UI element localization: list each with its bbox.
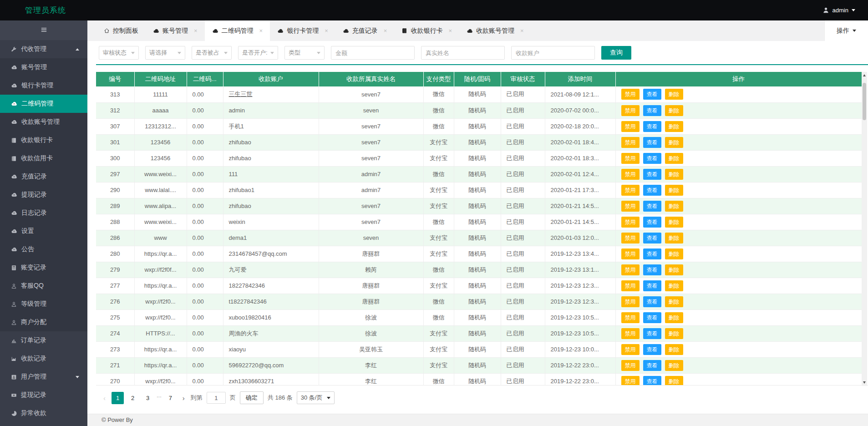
sidebar-item-order-records[interactable]: 订单记录: [0, 331, 87, 350]
close-icon[interactable]: ×: [384, 27, 387, 34]
view-button[interactable]: 查看: [643, 105, 661, 116]
tab-payee-bank-card[interactable]: 收款银行卡×: [394, 20, 459, 41]
sidebar-item-collection-management[interactable]: 代收管理: [0, 40, 87, 58]
occupied-select[interactable]: 是否被占: [192, 46, 232, 60]
amount-input[interactable]: [331, 46, 415, 60]
actions-dropdown-button[interactable]: 操作: [824, 20, 868, 41]
confirm-button[interactable]: 确定: [240, 391, 264, 404]
sidebar-item-merchant-allocation[interactable]: 商户分配: [0, 313, 87, 331]
tab-bank-card-management[interactable]: 银行卡管理×: [270, 20, 335, 41]
sidebar-item-customer-service-qq[interactable]: 客服QQ: [0, 277, 87, 295]
delete-button[interactable]: 删除: [665, 248, 683, 259]
close-icon[interactable]: ×: [325, 27, 328, 34]
view-button[interactable]: 查看: [643, 264, 661, 275]
page-button-1[interactable]: 1: [112, 392, 124, 404]
view-button[interactable]: 查看: [643, 217, 661, 228]
delete-button[interactable]: 删除: [665, 376, 683, 386]
sidebar-item-payee-credit-card[interactable]: 收款信用卡: [0, 149, 87, 167]
view-button[interactable]: 查看: [643, 376, 661, 386]
page-button-2[interactable]: 2: [127, 392, 139, 404]
disable-button[interactable]: 禁用: [621, 201, 640, 212]
tab-account-management[interactable]: 账号管理×: [146, 20, 205, 41]
delete-button[interactable]: 删除: [665, 121, 683, 132]
delete-button[interactable]: 删除: [665, 312, 683, 323]
search-button[interactable]: 查询: [601, 46, 631, 60]
disable-button[interactable]: 禁用: [621, 137, 640, 148]
payee-account-input[interactable]: [511, 46, 595, 60]
next-page-button[interactable]: ›: [181, 394, 187, 402]
sidebar-item-abnormal-payment[interactable]: 异常收款: [0, 404, 87, 422]
tab-qrcode-management[interactable]: 二维码管理×: [205, 20, 270, 41]
real-name-input[interactable]: [421, 46, 505, 60]
sidebar-item-balance-change-records[interactable]: 账变记录: [0, 259, 87, 277]
sidebar-item-payee-bank-card[interactable]: 收款银行卡: [0, 131, 87, 149]
sidebar-item-withdraw-records-2[interactable]: 提现记录: [0, 386, 87, 404]
view-button[interactable]: 查看: [643, 328, 661, 339]
disable-button[interactable]: 禁用: [621, 376, 640, 386]
delete-button[interactable]: 删除: [665, 264, 683, 275]
view-button[interactable]: 查看: [643, 312, 661, 323]
sidebar-item-payment-records[interactable]: 收款记录: [0, 350, 87, 368]
sidebar-item-bank-card-management[interactable]: 银行卡管理: [0, 76, 87, 95]
disable-button[interactable]: 禁用: [621, 153, 640, 164]
sidebar-item-user-management[interactable]: 用户管理: [0, 368, 87, 386]
view-button[interactable]: 查看: [643, 185, 661, 196]
sidebar-item-account-management[interactable]: 账号管理: [0, 58, 87, 76]
delete-button[interactable]: 删除: [665, 169, 683, 180]
delete-button[interactable]: 删除: [665, 344, 683, 355]
sidebar-toggle[interactable]: [0, 20, 87, 40]
disable-button[interactable]: 禁用: [621, 169, 640, 180]
view-button[interactable]: 查看: [643, 296, 661, 307]
user-menu[interactable]: admin: [822, 7, 855, 14]
disable-button[interactable]: 禁用: [621, 121, 640, 132]
disable-button[interactable]: 禁用: [621, 89, 640, 100]
close-icon[interactable]: ×: [520, 27, 524, 34]
view-button[interactable]: 查看: [643, 248, 661, 259]
delete-button[interactable]: 删除: [665, 137, 683, 148]
view-button[interactable]: 查看: [643, 360, 661, 371]
delete-button[interactable]: 删除: [665, 360, 683, 371]
vertical-scrollbar[interactable]: [862, 72, 867, 386]
please-select-select[interactable]: 请选择: [145, 46, 185, 60]
delete-button[interactable]: 删除: [665, 217, 683, 228]
sidebar-item-settings[interactable]: 设置: [0, 222, 87, 240]
sidebar-item-announcements[interactable]: 公告: [0, 240, 87, 259]
audit-status-select[interactable]: 审核状态: [99, 46, 139, 60]
delete-button[interactable]: 删除: [665, 153, 683, 164]
close-icon[interactable]: ×: [448, 27, 452, 34]
disable-button[interactable]: 禁用: [621, 296, 640, 307]
close-icon[interactable]: ×: [194, 27, 198, 34]
view-button[interactable]: 查看: [643, 89, 661, 100]
sidebar-item-withdraw-records[interactable]: 提现记录: [0, 186, 87, 204]
tab-recharge-records[interactable]: 充值记录×: [335, 20, 395, 41]
delete-button[interactable]: 删除: [665, 233, 683, 243]
delete-button[interactable]: 删除: [665, 185, 683, 196]
prev-page-button[interactable]: ‹: [102, 394, 107, 402]
disable-button[interactable]: 禁用: [621, 185, 640, 196]
view-button[interactable]: 查看: [643, 121, 661, 132]
tab-control-panel[interactable]: 控制面板: [96, 20, 146, 41]
disable-button[interactable]: 禁用: [621, 344, 640, 355]
delete-button[interactable]: 删除: [665, 296, 683, 307]
disable-button[interactable]: 禁用: [621, 280, 640, 291]
disable-button[interactable]: 禁用: [621, 312, 640, 323]
disable-button[interactable]: 禁用: [621, 217, 640, 228]
scrollbar-thumb[interactable]: [863, 83, 866, 120]
view-button[interactable]: 查看: [643, 137, 661, 148]
disable-button[interactable]: 禁用: [621, 105, 640, 116]
delete-button[interactable]: 删除: [665, 201, 683, 212]
close-icon[interactable]: ×: [259, 27, 263, 34]
page-button-3[interactable]: 3: [142, 392, 154, 404]
sidebar-item-log-records[interactable]: 日志记录: [0, 204, 87, 222]
view-button[interactable]: 查看: [643, 280, 661, 291]
view-button[interactable]: 查看: [643, 153, 661, 164]
disable-button[interactable]: 禁用: [621, 233, 640, 243]
sidebar-item-level-management[interactable]: 等级管理: [0, 295, 87, 313]
goto-page-input[interactable]: [207, 392, 226, 404]
sidebar-item-payee-account-management[interactable]: 收款账号管理: [0, 113, 87, 131]
disable-button[interactable]: 禁用: [621, 264, 640, 275]
delete-button[interactable]: 删除: [665, 328, 683, 339]
view-button[interactable]: 查看: [643, 169, 661, 180]
sidebar-item-qrcode-management[interactable]: 二维码管理: [0, 95, 87, 113]
disable-button[interactable]: 禁用: [621, 360, 640, 371]
